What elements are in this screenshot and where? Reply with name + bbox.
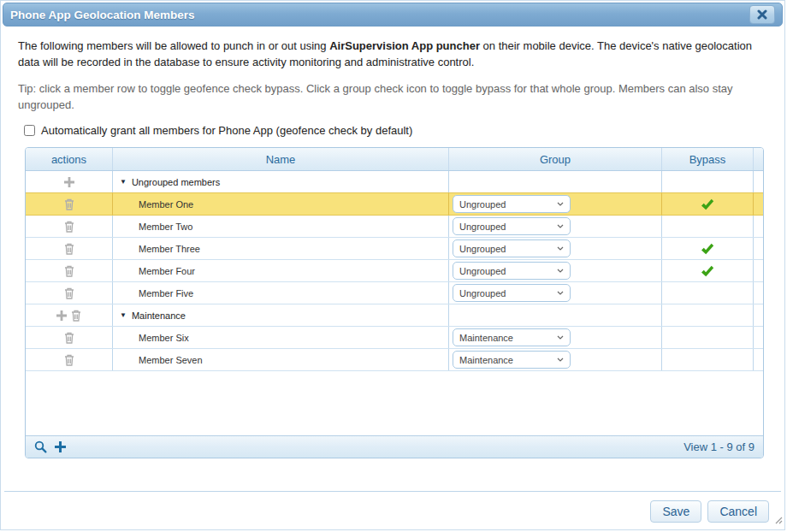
resize-grip-icon[interactable] (775, 512, 783, 528)
group-select-value: Ungrouped (459, 222, 506, 232)
add-icon[interactable] (56, 310, 67, 321)
actions-cell[interactable] (26, 216, 113, 237)
bypass-cell[interactable] (662, 327, 754, 348)
cancel-button[interactable]: Cancel (707, 500, 769, 523)
bypass-cell[interactable] (662, 238, 754, 259)
column-header-group[interactable]: Group (449, 148, 662, 170)
chevron-down-icon (557, 358, 564, 362)
member-name-label: Member One (120, 199, 193, 210)
member-row[interactable]: Member FiveUngrouped (26, 282, 763, 304)
tip-text: Tip: click a member row to toggle geofen… (18, 80, 767, 113)
member-row[interactable]: Member ThreeUngrouped (26, 238, 763, 260)
actions-cell[interactable] (26, 260, 113, 281)
actions-cell[interactable] (26, 282, 113, 304)
group-select-value: Ungrouped (459, 288, 506, 299)
name-cell[interactable]: Member Five (113, 282, 449, 304)
bypass-cell[interactable] (662, 260, 754, 281)
group-cell[interactable]: Ungrouped (449, 238, 662, 259)
bypass-cell[interactable] (662, 304, 754, 326)
member-row[interactable]: Member FourUngrouped (26, 260, 763, 282)
dialog-titlebar[interactable]: Phone App Geolocation Members (3, 3, 783, 27)
column-header-name[interactable]: Name (113, 148, 449, 170)
name-cell[interactable]: ▼Maintenance (113, 304, 449, 326)
collapse-triangle-icon[interactable]: ▼ (120, 178, 127, 186)
name-cell[interactable]: Member One (113, 193, 449, 215)
group-select[interactable]: Ungrouped (453, 262, 571, 280)
add-icon[interactable] (64, 177, 74, 187)
bypass-cell[interactable] (662, 193, 754, 215)
name-cell[interactable]: Member Three (113, 238, 449, 259)
member-row[interactable]: Member SevenMaintenance (26, 349, 763, 371)
group-select-value: Ungrouped (459, 266, 506, 276)
app-name-bold: AirSupervision App puncher (329, 39, 480, 52)
delete-icon[interactable] (71, 310, 81, 322)
name-cell[interactable]: Member Six (113, 327, 449, 348)
group-row[interactable]: ▼Maintenance (26, 304, 763, 327)
column-header-spacer (754, 148, 763, 170)
member-row[interactable]: Member SixMaintenance (26, 327, 763, 349)
name-cell[interactable]: Member Two (113, 216, 449, 237)
group-cell[interactable] (449, 171, 662, 192)
row-spacer (754, 260, 763, 281)
delete-icon[interactable] (64, 221, 74, 233)
delete-icon[interactable] (64, 354, 74, 366)
member-row[interactable]: Member TwoUngrouped (26, 216, 763, 238)
bypass-cell[interactable] (662, 349, 754, 370)
actions-cell[interactable] (26, 327, 113, 348)
search-icon[interactable] (34, 440, 47, 453)
grid-empty-area (26, 371, 763, 435)
group-cell[interactable]: Ungrouped (449, 216, 662, 237)
name-cell[interactable]: Member Four (113, 260, 449, 281)
close-button[interactable] (749, 5, 775, 24)
group-cell[interactable]: Ungrouped (449, 282, 662, 304)
add-icon[interactable] (55, 441, 66, 452)
delete-icon[interactable] (64, 332, 74, 344)
group-select-value: Maintenance (459, 355, 513, 365)
bypass-cell[interactable] (662, 171, 754, 192)
members-grid: actions Name Group Bypass ▼Ungrouped mem… (25, 147, 764, 458)
group-select[interactable]: Ungrouped (453, 284, 571, 302)
column-header-actions[interactable]: actions (26, 148, 113, 170)
auto-grant-checkbox[interactable] (24, 125, 35, 136)
actions-cell[interactable] (26, 171, 113, 192)
group-select[interactable]: Maintenance (453, 351, 571, 369)
group-select[interactable]: Ungrouped (453, 195, 571, 213)
bypass-cell[interactable] (662, 282, 754, 304)
group-cell[interactable]: Ungrouped (449, 193, 662, 215)
column-header-bypass[interactable]: Bypass (662, 148, 754, 170)
name-cell[interactable]: ▼Ungrouped members (113, 171, 449, 192)
group-row[interactable]: ▼Ungrouped members (26, 171, 763, 193)
delete-icon[interactable] (64, 265, 74, 277)
bypass-check-icon (701, 243, 714, 255)
member-name-label: Member Four (120, 266, 195, 276)
row-spacer (754, 171, 763, 192)
group-select[interactable]: Ungrouped (453, 217, 571, 235)
actions-cell[interactable] (26, 193, 113, 215)
name-cell[interactable]: Member Seven (113, 349, 449, 370)
member-row[interactable]: Member OneUngrouped (26, 192, 763, 216)
save-button[interactable]: Save (650, 500, 701, 523)
bypass-cell[interactable] (662, 216, 754, 237)
footer-separator (4, 491, 781, 492)
group-cell[interactable] (449, 304, 662, 326)
collapse-triangle-icon[interactable]: ▼ (120, 311, 127, 319)
group-cell[interactable]: Ungrouped (449, 260, 662, 281)
grid-header: actions Name Group Bypass (26, 148, 763, 171)
delete-icon[interactable] (64, 243, 74, 255)
actions-cell[interactable] (26, 238, 113, 259)
auto-grant-row[interactable]: Automatically grant all members for Phon… (24, 124, 767, 137)
group-select[interactable]: Ungrouped (453, 239, 571, 257)
actions-cell[interactable] (26, 349, 113, 370)
delete-icon[interactable] (64, 287, 74, 299)
group-name-label: Maintenance (132, 310, 186, 321)
close-icon (757, 9, 767, 20)
delete-icon[interactable] (64, 198, 74, 210)
actions-cell[interactable] (26, 304, 113, 326)
group-cell[interactable]: Maintenance (449, 327, 662, 348)
member-name-label: Member Seven (120, 355, 203, 365)
group-select[interactable]: Maintenance (453, 328, 571, 346)
group-cell[interactable]: Maintenance (449, 349, 662, 370)
chevron-down-icon (557, 335, 564, 340)
row-spacer (754, 349, 763, 370)
pager-view-text: View 1 - 9 of 9 (683, 440, 754, 453)
